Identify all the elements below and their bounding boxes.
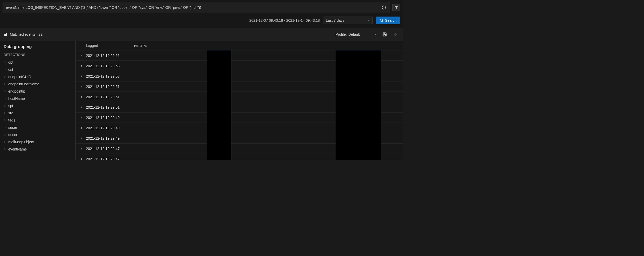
matched-events-label: Matched events: — [10, 32, 36, 36]
svg-point-3 — [380, 19, 382, 21]
bar-chart-icon — [4, 32, 8, 36]
facet-label: duser — [8, 133, 17, 137]
expand-row-icon[interactable] — [77, 106, 86, 109]
facet-label: dpt — [8, 60, 13, 64]
facet-label: hostName — [8, 96, 25, 101]
expand-row-icon[interactable] — [77, 158, 86, 160]
time-row: 2021-12-07 09:43:18 - 2021-12-14 09:43:1… — [0, 15, 403, 28]
profile-label: Profile: — [335, 32, 347, 36]
results-table: Logged remarks 2021-12-12 19:29:55- [12/… — [76, 41, 403, 160]
expand-row-icon[interactable] — [77, 147, 86, 150]
logged-cell: 2021-12-12 19:29:49 — [86, 116, 134, 120]
facet-item[interactable]: suser — [4, 124, 72, 131]
facet-item[interactable]: hostName — [4, 95, 72, 102]
query-box[interactable] — [3, 2, 390, 13]
status-row: Matched events: 22 Profile: Default — [0, 28, 403, 41]
chevron-right-icon — [4, 148, 6, 150]
svg-rect-6 — [5, 34, 6, 36]
info-icon[interactable] — [380, 4, 387, 11]
expand-row-icon[interactable] — [77, 85, 86, 88]
expand-row-icon[interactable] — [77, 127, 86, 129]
logged-cell: 2021-12-12 19:29:53 — [86, 64, 134, 68]
table-row[interactable]: 2021-12-12 19:29:49- [12/Dec/2021:19:29:… — [76, 123, 403, 133]
facet-item[interactable]: endpointHostName — [4, 80, 72, 88]
facet-label: endpointHostName — [8, 82, 39, 86]
collapse-icon[interactable] — [392, 31, 399, 38]
sidebar: Data grouping DETECTIONS dptdstendpointG… — [0, 41, 76, 160]
chevron-right-icon — [4, 90, 6, 93]
chevron-right-icon — [4, 104, 6, 107]
expand-row-icon[interactable] — [77, 65, 86, 67]
profile-value: Default — [348, 32, 360, 36]
facet-item[interactable]: endpointIp — [4, 88, 72, 95]
logged-cell: 2021-12-12 19:29:49 — [86, 136, 134, 140]
chevron-right-icon — [4, 112, 6, 114]
table-row[interactable]: 2021-12-12 19:29:47- [12/Dec/2021:19:29:… — [76, 154, 403, 160]
facet-label: mailMsgSubject — [8, 140, 34, 144]
facet-item[interactable]: dpt — [4, 59, 72, 66]
table-row[interactable]: 2021-12-12 19:29:53- [12/Dec/2021:19:29:… — [76, 71, 403, 81]
logged-cell: 2021-12-12 19:29:53 — [86, 74, 134, 78]
save-icon[interactable] — [381, 31, 388, 38]
facet-item[interactable]: duser — [4, 131, 72, 138]
logged-cell: 2021-12-12 19:29:55 — [86, 54, 134, 58]
matched-events-count: 22 — [39, 32, 43, 36]
table-row[interactable]: 2021-12-12 19:29:51- [12/Dec/2021:19:29:… — [76, 102, 403, 112]
expand-row-icon[interactable] — [77, 96, 86, 98]
column-header-remarks[interactable]: remarks — [134, 43, 403, 48]
svg-rect-7 — [6, 33, 7, 36]
logged-cell: 2021-12-12 19:29:47 — [86, 147, 134, 151]
facet-item[interactable]: dst — [4, 66, 72, 73]
sidebar-section-label: DETECTIONS — [4, 53, 72, 57]
svg-point-2 — [384, 7, 384, 7]
facet-label: tags — [8, 118, 15, 122]
svg-rect-5 — [4, 34, 5, 36]
table-row[interactable]: 2021-12-12 19:29:55- [12/Dec/2021:19:29:… — [76, 50, 403, 61]
time-range-text: 2021-12-07 09:43:18 - 2021-12-14 09:43:1… — [249, 18, 320, 22]
logged-cell: 2021-12-12 19:29:49 — [86, 126, 134, 130]
expand-row-icon[interactable] — [77, 116, 86, 119]
expand-row-icon[interactable] — [77, 75, 86, 78]
facet-label: src — [8, 111, 13, 115]
table-row[interactable]: 2021-12-12 19:29:51- [12/Dec/2021:19:29:… — [76, 92, 403, 102]
time-range-selector[interactable]: Last 7 days — [323, 17, 373, 24]
chevron-right-icon — [4, 141, 6, 143]
time-range-value: Last 7 days — [326, 18, 345, 22]
table-row[interactable]: 2021-12-12 19:29:49- [12/Dec/2021:19:29:… — [76, 133, 403, 143]
column-header-logged[interactable]: Logged — [86, 43, 134, 48]
logged-cell: 2021-12-12 19:29:47 — [86, 157, 134, 160]
facet-item[interactable]: endpointGUID — [4, 73, 72, 80]
expand-row-icon[interactable] — [77, 54, 86, 57]
table-row[interactable]: 2021-12-12 19:29:49- [12/Dec/2021:19:29:… — [76, 112, 403, 123]
chevron-right-icon — [4, 68, 6, 71]
logged-cell: 2021-12-12 19:29:51 — [86, 105, 134, 109]
facet-label: suser — [8, 125, 17, 130]
chevron-right-icon — [4, 97, 6, 100]
facet-label: endpointIp — [8, 89, 25, 93]
filter-icon[interactable] — [392, 4, 400, 11]
chevron-right-icon — [4, 133, 6, 136]
search-icon — [379, 18, 384, 22]
facet-item[interactable]: spt — [4, 102, 72, 109]
chevron-right-icon — [4, 83, 6, 85]
chevron-right-icon — [4, 76, 6, 78]
facet-label: eventName — [8, 147, 27, 151]
table-row[interactable]: 2021-12-12 19:29:47- [12/Dec/2021:19:29:… — [76, 143, 403, 154]
search-button-label: Search — [385, 18, 397, 22]
chevron-down-icon — [374, 33, 377, 36]
facet-item[interactable]: mailMsgSubject — [4, 138, 72, 146]
svg-line-4 — [382, 21, 383, 22]
facet-item[interactable]: eventName — [4, 146, 72, 153]
search-input[interactable] — [5, 5, 380, 10]
facet-item[interactable]: tags — [4, 117, 72, 124]
table-header: Logged remarks — [76, 41, 403, 50]
facet-item[interactable]: src — [4, 109, 72, 117]
chevron-right-icon — [4, 126, 6, 129]
table-row[interactable]: 2021-12-12 19:29:53- [12/Dec/2021:19:29:… — [76, 61, 403, 71]
search-button[interactable]: Search — [376, 17, 400, 24]
expand-row-icon[interactable] — [77, 137, 86, 140]
facet-label: endpointGUID — [8, 75, 31, 79]
profile-selector[interactable]: Profile: Default — [335, 32, 377, 36]
chevron-right-icon — [4, 61, 6, 64]
table-row[interactable]: 2021-12-12 19:29:51- [12/Dec/2021:19:29:… — [76, 81, 403, 92]
